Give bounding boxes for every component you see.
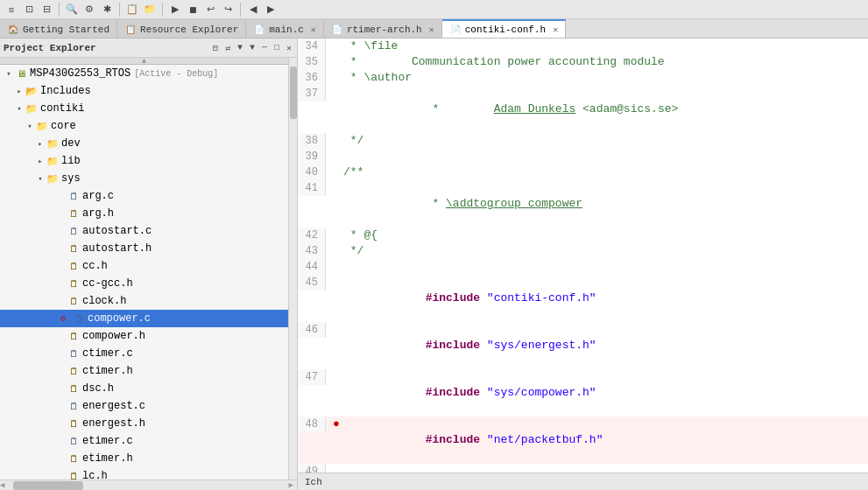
code-line-42: 42 * @{	[298, 228, 868, 243]
main-content: Project Explorer ⊟ ⇄ ▼ ▼ ─ □ ✕ ▲ 🖥 MSP43…	[0, 38, 868, 490]
tree-dev[interactable]: 📁 dev	[0, 135, 288, 152]
toolbar-btn-2[interactable]: ⊡	[21, 2, 37, 18]
dsc-h-arrow	[56, 383, 67, 394]
autostart-h-icon: 🗒	[67, 242, 81, 256]
code-scroll-area[interactable]: 34 * \file 35 * Communication power acco…	[298, 38, 868, 472]
code-editor[interactable]: 34 * \file 35 * Communication power acco…	[298, 38, 868, 490]
tab-contiki-conf-close[interactable]: ✕	[553, 24, 558, 35]
explorer-h-scroll[interactable]: ◀ ▶	[0, 480, 297, 490]
explorer-close-btn[interactable]: ✕	[285, 42, 293, 54]
dev-icon: 📁	[46, 136, 60, 150]
tree-lc-h[interactable]: 🗒 lc.h	[0, 467, 288, 480]
tree-clock-h[interactable]: 🗒 clock.h	[0, 292, 288, 310]
line-content-48: #include "net/packetbuf.h"	[343, 416, 868, 464]
explorer-scrollbar[interactable]	[288, 58, 297, 480]
lib-arrow[interactable]	[35, 156, 46, 166]
ctimer-h-icon: 🗒	[67, 364, 81, 378]
energest-c-arrow	[56, 401, 67, 411]
tree-arg-h[interactable]: 🗒 arg.h	[0, 205, 288, 222]
arg-h-label: arg.h	[82, 207, 114, 220]
etimer-c-label: etimer.c	[82, 435, 133, 447]
tree-lib[interactable]: 📁 lib	[0, 152, 288, 170]
tab-contiki-conf-h[interactable]: 📄 contiki-conf.h ✕	[442, 19, 566, 38]
tab-getting-started[interactable]: 🏠 Getting Started	[0, 19, 117, 38]
code-line-37: 37 * Adam Dunkels <adam@sics.se>	[298, 86, 868, 133]
tree-sys[interactable]: 📁 sys	[0, 170, 288, 187]
project-root-arrow[interactable]	[4, 68, 14, 79]
ctimer-h-label: ctimer.h	[82, 365, 133, 377]
toolbar-btn-stop[interactable]: ⏹	[185, 2, 201, 18]
toolbar-btn-7[interactable]: 📋	[124, 2, 140, 18]
tree-cc-h[interactable]: 🗒 cc.h	[0, 257, 288, 275]
project-badge: [Active - Debug]	[134, 69, 218, 79]
tree-core[interactable]: 📁 core	[0, 117, 288, 135]
core-arrow[interactable]	[25, 121, 35, 131]
toolbar-btn-8[interactable]: 📁	[142, 2, 158, 18]
includes-arrow[interactable]	[14, 86, 25, 96]
toolbar-undo[interactable]: ↩	[202, 2, 218, 18]
arg-c-arrow	[56, 191, 67, 201]
contiki-arrow[interactable]	[14, 103, 25, 114]
toolbar-redo[interactable]: ↪	[220, 2, 236, 18]
explorer-h-scroll-thumb[interactable]	[13, 481, 83, 490]
explorer-title: Project Explorer	[4, 43, 208, 53]
etimer-h-icon: 🗒	[67, 452, 81, 466]
tree-includes[interactable]: 📂 Includes	[0, 82, 288, 100]
tree-autostart-c[interactable]: 🗒 autostart.c	[0, 222, 288, 240]
tree-ctimer-h[interactable]: 🗒 ctimer.h	[0, 362, 288, 380]
toolbar-btn-3[interactable]: ⊟	[39, 2, 54, 18]
tree-etimer-h[interactable]: 🗒 etimer.h	[0, 450, 288, 467]
status-bar: Ich	[298, 472, 868, 490]
tree-contiki[interactable]: 📁 contiki	[0, 100, 288, 117]
tree-cc-gcc-h[interactable]: 🗒 cc-gcc.h	[0, 275, 288, 292]
explorer-sync-btn[interactable]: ⇄	[223, 42, 232, 54]
toolbar-btn-5[interactable]: ⚙	[81, 2, 97, 18]
toolbar-btn-4[interactable]: 🔍	[64, 2, 80, 18]
tree-arg-c[interactable]: 🗒 arg.c	[0, 187, 288, 205]
tree-etimer-c[interactable]: 🗒 etimer.c	[0, 432, 288, 450]
explorer-menu-btn[interactable]: ▼	[248, 42, 257, 53]
tree-compower-c[interactable]: ⊘ 🗒 compower.c	[0, 310, 288, 327]
code-line-49: 49	[298, 464, 868, 472]
etimer-h-arrow	[56, 453, 67, 464]
tab-resource-explorer-label: Resource Explorer	[140, 24, 238, 35]
toolbar-back[interactable]: ◀	[245, 2, 261, 18]
explorer-scrollbar-thumb[interactable]	[290, 66, 297, 119]
arg-c-icon: 🗒	[67, 189, 81, 203]
explorer-maximize-btn[interactable]: □	[272, 42, 281, 53]
toolbar-sep-1	[59, 3, 60, 17]
tab-rtimer-close[interactable]: ✕	[429, 24, 434, 35]
tree-energest-h[interactable]: 🗒 energest.h	[0, 415, 288, 432]
tree-compower-h[interactable]: 🗒 compower.h	[0, 327, 288, 345]
tree-ctimer-c[interactable]: 🗒 ctimer.c	[0, 345, 288, 362]
explorer-minimize-btn[interactable]: ─	[260, 42, 269, 53]
core-label: core	[51, 120, 76, 132]
line-num-49: 49	[298, 464, 326, 472]
tree-autostart-h[interactable]: 🗒 autostart.h	[0, 240, 288, 257]
energest-c-label: energest.c	[82, 400, 145, 412]
tree-energest-c[interactable]: 🗒 energest.c	[0, 397, 288, 415]
line-num-40: 40	[298, 164, 326, 180]
tab-rtimer-arch-h[interactable]: 📄 rtimer-arch.h ✕	[324, 19, 442, 38]
compower-c-error-icon: ⊘	[56, 312, 70, 326]
tab-resource-explorer[interactable]: 📋 Resource Explorer	[117, 19, 246, 38]
arg-h-icon: 🗒	[67, 206, 81, 220]
main-toolbar: ≡ ⊡ ⊟ 🔍 ⚙ ✱ 📋 📁 ▶ ⏹ ↩ ↪ ◀ ▶	[0, 0, 868, 19]
toolbar-btn-6[interactable]: ✱	[99, 2, 115, 18]
toolbar-btn-1[interactable]: ≡	[4, 2, 19, 18]
tab-main-c-close[interactable]: ✕	[311, 24, 316, 35]
project-root[interactable]: 🖥 MSP430G2553_RTOS [Active - Debug]	[0, 65, 288, 82]
sys-arrow[interactable]	[35, 173, 46, 184]
explorer-collapse-btn[interactable]: ⊟	[211, 42, 220, 54]
dev-arrow[interactable]	[35, 138, 46, 149]
line-content-45: #include "contiki-conf.h"	[343, 275, 868, 322]
tab-main-c[interactable]: 📄 main.c ✕	[246, 19, 324, 38]
lc-h-icon: 🗒	[67, 469, 81, 480]
tree-dsc-h[interactable]: 🗒 dsc.h	[0, 380, 288, 397]
toolbar-forward[interactable]: ▶	[263, 2, 279, 18]
autostart-c-icon: 🗒	[67, 224, 81, 238]
toolbar-sep-3	[162, 3, 163, 17]
lib-icon: 📁	[46, 154, 60, 168]
explorer-filter-btn[interactable]: ▼	[236, 42, 244, 53]
toolbar-btn-run[interactable]: ▶	[167, 2, 183, 18]
